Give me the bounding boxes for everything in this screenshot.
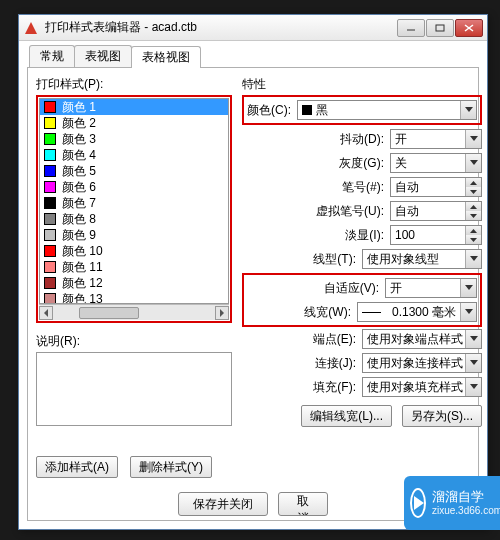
pen-stepper[interactable]: 自动	[390, 177, 482, 197]
close-button[interactable]	[455, 19, 483, 37]
chevron-down-icon[interactable]	[465, 378, 481, 396]
scroll-right-icon[interactable]	[215, 306, 229, 320]
tab-form-view[interactable]: 表格视图	[131, 46, 201, 68]
stepper-up-icon[interactable]	[466, 226, 481, 235]
dither-combo[interactable]: 开	[390, 129, 482, 149]
stepper-up-icon[interactable]	[466, 178, 481, 187]
chevron-down-icon[interactable]	[465, 250, 481, 268]
list-item[interactable]: 颜色 7	[40, 195, 228, 211]
vpen-stepper[interactable]: 自动	[390, 201, 482, 221]
list-item[interactable]: 颜色 11	[40, 259, 228, 275]
edit-lineweight-button[interactable]: 编辑线宽(L)...	[301, 405, 392, 427]
color-swatch-icon	[44, 213, 56, 225]
stepper-down-icon[interactable]	[466, 211, 481, 220]
horiz-scrollbar[interactable]	[39, 304, 229, 320]
add-style-button[interactable]: 添加样式(A)	[36, 456, 118, 478]
list-item[interactable]: 颜色 6	[40, 179, 228, 195]
chevron-down-icon[interactable]	[465, 330, 481, 348]
color-name: 颜色 4	[62, 147, 96, 164]
cancel-button[interactable]: 取消	[278, 492, 328, 516]
svg-marker-14	[470, 229, 477, 233]
plot-style-list[interactable]: 颜色 1颜色 2颜色 3颜色 4颜色 5颜色 6颜色 7颜色 8颜色 9颜色 1…	[39, 98, 229, 304]
color-swatch-icon	[44, 117, 56, 129]
print-styles-label: 打印样式(P):	[36, 76, 232, 93]
list-item[interactable]: 颜色 4	[40, 147, 228, 163]
adapt-combo[interactable]: 开	[385, 278, 477, 298]
color-swatch-icon	[44, 261, 56, 273]
chevron-down-icon[interactable]	[465, 154, 481, 172]
list-item[interactable]: 颜色 8	[40, 211, 228, 227]
properties-column: 特性 颜色(C): 黑 抖动(D): 开 灰度(G):	[232, 76, 482, 478]
color-name: 颜色 5	[62, 163, 96, 180]
titlebar[interactable]: 打印样式表编辑器 - acad.ctb	[19, 15, 487, 41]
adapt-label: 自适应(V):	[324, 280, 379, 297]
pen-label: 笔号(#):	[342, 179, 384, 196]
color-name: 颜色 1	[62, 99, 96, 116]
list-item[interactable]: 颜色 12	[40, 275, 228, 291]
list-item[interactable]: 颜色 2	[40, 115, 228, 131]
adapt-row-highlight: 自适应(V): 开 线宽(W): 0.1300 毫米	[242, 273, 482, 327]
chevron-down-icon[interactable]	[465, 130, 481, 148]
save-as-button[interactable]: 另存为(S)...	[402, 405, 482, 427]
list-item[interactable]: 颜色 3	[40, 131, 228, 147]
list-item[interactable]: 颜色 13	[40, 291, 228, 304]
stepper-down-icon[interactable]	[466, 187, 481, 196]
color-row-highlight: 颜色(C): 黑	[242, 95, 482, 125]
vpen-label: 虚拟笔号(U):	[316, 203, 384, 220]
color-list-highlight: 颜色 1颜色 2颜色 3颜色 4颜色 5颜色 6颜色 7颜色 8颜色 9颜色 1…	[36, 95, 232, 323]
color-name: 颜色 11	[62, 259, 103, 276]
watermark-title: 溜溜自学	[432, 489, 500, 505]
dim-stepper[interactable]: 100	[390, 225, 482, 245]
tab-table-view[interactable]: 表视图	[74, 45, 132, 67]
color-name: 颜色 9	[62, 227, 96, 244]
ltype-combo[interactable]: 使用对象线型	[362, 249, 482, 269]
scroll-thumb[interactable]	[79, 307, 139, 319]
description-label: 说明(R):	[36, 333, 232, 350]
list-item[interactable]: 颜色 9	[40, 227, 228, 243]
fill-label: 填充(F):	[313, 379, 356, 396]
tab-general[interactable]: 常规	[29, 45, 75, 67]
svg-marker-18	[465, 309, 473, 314]
svg-marker-22	[414, 496, 424, 510]
chevron-down-icon[interactable]	[460, 101, 476, 119]
endcap-combo[interactable]: 使用对象端点样式	[362, 329, 482, 349]
delete-style-button[interactable]: 删除样式(Y)	[130, 456, 212, 478]
color-name: 颜色 10	[62, 243, 103, 260]
stepper-up-icon[interactable]	[466, 202, 481, 211]
join-combo[interactable]: 使用对象连接样式	[362, 353, 482, 373]
window-title: 打印样式表编辑器 - acad.ctb	[45, 19, 397, 36]
list-item[interactable]: 颜色 5	[40, 163, 228, 179]
maximize-button[interactable]	[426, 19, 454, 37]
chevron-down-icon[interactable]	[460, 279, 476, 297]
stepper-down-icon[interactable]	[466, 235, 481, 244]
lw-value: 0.1300 毫米	[392, 304, 456, 321]
lw-combo[interactable]: 0.1300 毫米	[357, 302, 477, 322]
svg-marker-5	[44, 309, 48, 317]
color-swatch-icon	[302, 105, 312, 115]
svg-marker-13	[470, 214, 477, 218]
fill-combo[interactable]: 使用对象填充样式	[362, 377, 482, 397]
color-swatch-icon	[44, 277, 56, 289]
color-swatch-icon	[44, 245, 56, 257]
dialog-window: 打印样式表编辑器 - acad.ctb 常规 表视图 表格视图 打印样式(P):…	[18, 14, 488, 530]
svg-marker-16	[470, 256, 478, 261]
scroll-left-icon[interactable]	[39, 306, 53, 320]
color-combo[interactable]: 黑	[297, 100, 477, 120]
color-name: 颜色 7	[62, 195, 96, 212]
svg-marker-10	[470, 181, 477, 185]
chevron-down-icon[interactable]	[465, 354, 481, 372]
minimize-button[interactable]	[397, 19, 425, 37]
color-swatch-icon	[44, 101, 56, 113]
color-swatch-icon	[44, 229, 56, 241]
color-name: 颜色 3	[62, 131, 96, 148]
list-item[interactable]: 颜色 10	[40, 243, 228, 259]
gray-combo[interactable]: 关	[390, 153, 482, 173]
list-item[interactable]: 颜色 1	[40, 99, 228, 115]
svg-marker-6	[220, 309, 224, 317]
color-swatch-icon	[44, 293, 56, 304]
color-value: 黑	[316, 102, 328, 119]
chevron-down-icon[interactable]	[460, 303, 476, 321]
color-swatch-icon	[44, 181, 56, 193]
description-textarea[interactable]	[36, 352, 232, 426]
save-close-button[interactable]: 保存并关闭	[178, 492, 268, 516]
